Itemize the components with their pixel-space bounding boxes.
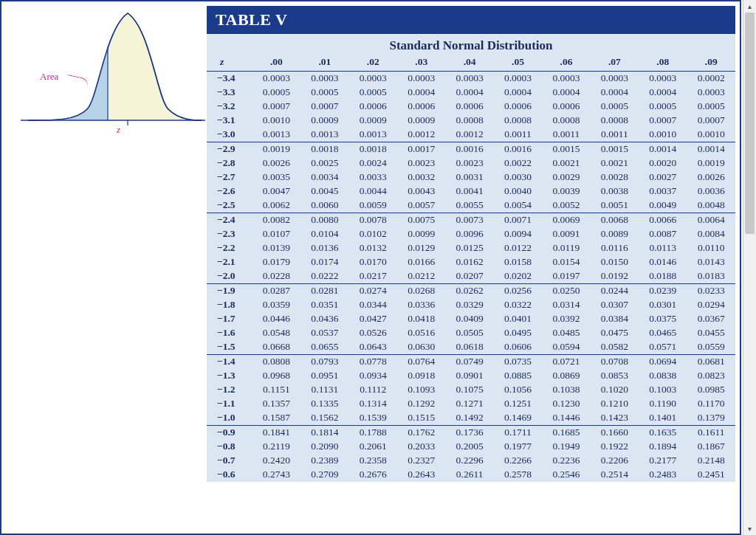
value-cell: 0.0011 [591, 128, 639, 142]
value-cell: 0.0838 [639, 369, 687, 383]
value-cell: 0.0026 [687, 170, 735, 184]
value-cell: 0.0162 [445, 255, 493, 269]
value-cell: 0.0336 [397, 298, 445, 312]
value-cell: 0.2676 [349, 468, 397, 482]
value-cell: 0.1867 [687, 440, 735, 454]
value-cell: 0.0024 [349, 156, 397, 170]
value-cell: 0.0023 [397, 156, 445, 170]
value-cell: 0.0808 [252, 354, 300, 369]
z-cell: −1.8 [207, 298, 252, 312]
value-cell: 0.0008 [494, 114, 542, 128]
value-cell: 0.0183 [687, 269, 735, 284]
value-cell: 0.0037 [639, 184, 687, 199]
value-cell: 0.0099 [397, 227, 445, 241]
value-cell: 0.0104 [300, 227, 348, 241]
value-cell: 0.0022 [494, 156, 542, 170]
value-cell: 0.0202 [494, 269, 542, 284]
value-cell: 0.0062 [252, 199, 300, 213]
value-cell: 0.0516 [397, 326, 445, 340]
value-cell: 0.1492 [445, 411, 493, 426]
scroll-up-button[interactable]: ▴ [743, 0, 756, 13]
value-cell: 0.1562 [300, 411, 348, 426]
value-cell: 0.0026 [252, 156, 300, 170]
value-cell: 0.0006 [494, 100, 542, 114]
value-cell: 0.0091 [542, 227, 590, 241]
value-cell: 0.0384 [591, 312, 639, 326]
value-cell: 0.2236 [542, 454, 590, 468]
value-cell: 0.0040 [494, 184, 542, 199]
table-row: −3.30.00050.00050.00050.00040.00040.0004… [207, 86, 735, 100]
z-table: TABLE V Standard Normal Distribution z.0… [207, 6, 735, 482]
value-cell: 0.0749 [445, 354, 493, 369]
value-cell: 0.0008 [591, 114, 639, 128]
value-cell: 0.0401 [494, 312, 542, 326]
value-cell: 0.0485 [542, 326, 590, 340]
col-header-z: z [207, 55, 252, 71]
z-cell: −2.3 [207, 227, 252, 241]
value-cell: 0.0007 [639, 114, 687, 128]
value-cell: 0.0060 [300, 199, 348, 213]
table-row: −1.70.04460.04360.04270.04180.04090.0401… [207, 312, 735, 326]
value-cell: 0.1977 [494, 440, 542, 454]
table-row: −1.50.06680.06550.06430.06300.06180.0606… [207, 340, 735, 355]
value-cell: 0.0080 [300, 213, 348, 227]
value-cell: 0.0007 [252, 100, 300, 114]
table-row: −2.60.00470.00450.00440.00430.00410.0040… [207, 184, 735, 199]
value-cell: 0.0853 [591, 369, 639, 383]
value-cell: 0.0359 [252, 298, 300, 312]
value-cell: 0.0618 [445, 340, 493, 355]
value-cell: 0.0003 [300, 71, 348, 86]
value-cell: 0.1093 [397, 383, 445, 397]
value-cell: 0.0015 [542, 142, 590, 156]
value-cell: 0.0222 [300, 269, 348, 284]
value-cell: 0.0188 [639, 269, 687, 284]
value-cell: 0.1660 [591, 425, 639, 440]
value-cell: 0.1841 [252, 425, 300, 440]
value-cell: 0.0694 [639, 354, 687, 369]
value-cell: 0.0869 [542, 369, 590, 383]
value-cell: 0.0630 [397, 340, 445, 355]
value-cell: 0.2643 [397, 468, 445, 482]
value-cell: 0.0010 [252, 114, 300, 128]
value-cell: 0.0035 [252, 170, 300, 184]
value-cell: 0.0021 [542, 156, 590, 170]
scroll-down-button[interactable]: ▾ [743, 522, 756, 535]
value-cell: 0.0446 [252, 312, 300, 326]
z-cell: −0.9 [207, 425, 252, 440]
value-cell: 0.0158 [494, 255, 542, 269]
col-header: .08 [639, 55, 687, 71]
value-cell: 0.0537 [300, 326, 348, 340]
value-cell: 0.0052 [542, 199, 590, 213]
value-cell: 0.0066 [639, 213, 687, 227]
z-cell: −3.0 [207, 128, 252, 142]
z-cell: −2.6 [207, 184, 252, 199]
value-cell: 0.1292 [397, 397, 445, 411]
value-cell: 0.0025 [300, 156, 348, 170]
value-cell: 0.0069 [542, 213, 590, 227]
value-cell: 0.0082 [252, 213, 300, 227]
value-cell: 0.0013 [349, 128, 397, 142]
value-cell: 0.0041 [445, 184, 493, 199]
value-cell: 0.0314 [542, 298, 590, 312]
vertical-scrollbar[interactable]: ▴ ▾ [743, 0, 756, 535]
value-cell: 0.0129 [397, 241, 445, 255]
value-cell: 0.0005 [349, 86, 397, 100]
value-cell: 0.0048 [687, 199, 735, 213]
value-cell: 0.0505 [445, 326, 493, 340]
z-cell: −2.0 [207, 269, 252, 284]
scroll-thumb[interactable] [745, 13, 755, 234]
value-cell: 0.2033 [397, 440, 445, 454]
value-cell: 0.0594 [542, 340, 590, 355]
value-cell: 0.0951 [300, 369, 348, 383]
value-cell: 0.0028 [591, 170, 639, 184]
value-cell: 0.2148 [687, 454, 735, 468]
value-cell: 0.0005 [687, 100, 735, 114]
value-cell: 0.1736 [445, 425, 493, 440]
value-cell: 0.2546 [542, 468, 590, 482]
z-cell: −1.9 [207, 283, 252, 298]
z-cell: −2.4 [207, 213, 252, 227]
value-cell: 0.0559 [687, 340, 735, 355]
value-cell: 0.0116 [591, 241, 639, 255]
value-cell: 0.0233 [687, 283, 735, 298]
z-cell: −0.7 [207, 454, 252, 468]
